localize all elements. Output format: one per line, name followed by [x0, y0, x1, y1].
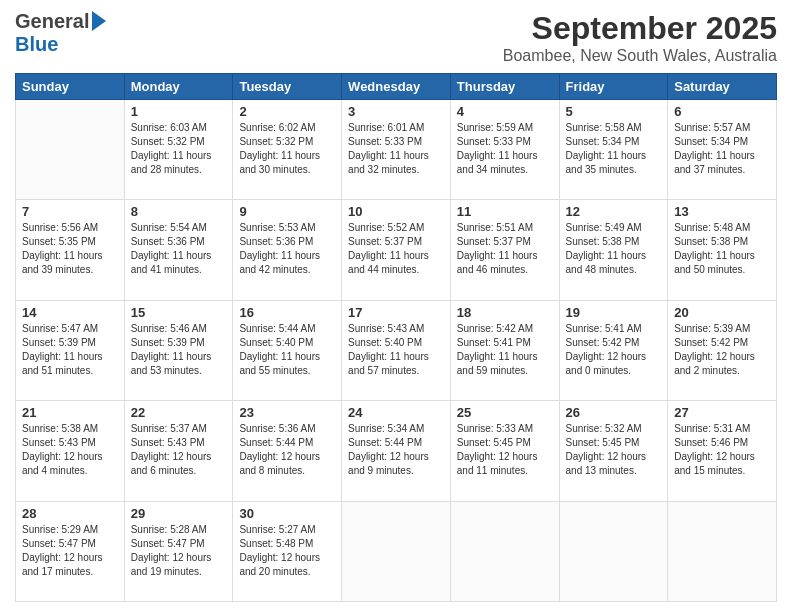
day-number: 7: [22, 204, 118, 219]
calendar-cell: 20Sunrise: 5:39 AM Sunset: 5:42 PM Dayli…: [668, 300, 777, 400]
day-info: Sunrise: 5:47 AM Sunset: 5:39 PM Dayligh…: [22, 322, 118, 378]
col-sunday: Sunday: [16, 74, 125, 100]
calendar-cell: [16, 100, 125, 200]
day-number: 11: [457, 204, 553, 219]
day-number: 6: [674, 104, 770, 119]
day-number: 1: [131, 104, 227, 119]
day-info: Sunrise: 6:02 AM Sunset: 5:32 PM Dayligh…: [239, 121, 335, 177]
calendar-cell: 16Sunrise: 5:44 AM Sunset: 5:40 PM Dayli…: [233, 300, 342, 400]
day-info: Sunrise: 5:44 AM Sunset: 5:40 PM Dayligh…: [239, 322, 335, 378]
day-number: 14: [22, 305, 118, 320]
day-number: 2: [239, 104, 335, 119]
calendar-cell: 3Sunrise: 6:01 AM Sunset: 5:33 PM Daylig…: [342, 100, 451, 200]
day-info: Sunrise: 5:48 AM Sunset: 5:38 PM Dayligh…: [674, 221, 770, 277]
day-info: Sunrise: 5:32 AM Sunset: 5:45 PM Dayligh…: [566, 422, 662, 478]
day-number: 23: [239, 405, 335, 420]
col-tuesday: Tuesday: [233, 74, 342, 100]
day-info: Sunrise: 5:36 AM Sunset: 5:44 PM Dayligh…: [239, 422, 335, 478]
day-number: 30: [239, 506, 335, 521]
day-info: Sunrise: 5:51 AM Sunset: 5:37 PM Dayligh…: [457, 221, 553, 277]
day-number: 21: [22, 405, 118, 420]
day-info: Sunrise: 5:42 AM Sunset: 5:41 PM Dayligh…: [457, 322, 553, 378]
col-monday: Monday: [124, 74, 233, 100]
location: Boambee, New South Wales, Australia: [503, 47, 777, 65]
calendar-cell: 26Sunrise: 5:32 AM Sunset: 5:45 PM Dayli…: [559, 401, 668, 501]
day-number: 15: [131, 305, 227, 320]
col-thursday: Thursday: [450, 74, 559, 100]
day-number: 5: [566, 104, 662, 119]
calendar-cell: 9Sunrise: 5:53 AM Sunset: 5:36 PM Daylig…: [233, 200, 342, 300]
day-info: Sunrise: 5:43 AM Sunset: 5:40 PM Dayligh…: [348, 322, 444, 378]
title-section: September 2025 Boambee, New South Wales,…: [503, 10, 777, 65]
day-number: 19: [566, 305, 662, 320]
day-info: Sunrise: 5:56 AM Sunset: 5:35 PM Dayligh…: [22, 221, 118, 277]
col-wednesday: Wednesday: [342, 74, 451, 100]
day-info: Sunrise: 5:52 AM Sunset: 5:37 PM Dayligh…: [348, 221, 444, 277]
day-info: Sunrise: 5:54 AM Sunset: 5:36 PM Dayligh…: [131, 221, 227, 277]
calendar-cell: [342, 501, 451, 601]
logo: General Blue: [15, 10, 106, 56]
calendar-cell: 6Sunrise: 5:57 AM Sunset: 5:34 PM Daylig…: [668, 100, 777, 200]
day-number: 16: [239, 305, 335, 320]
day-info: Sunrise: 5:28 AM Sunset: 5:47 PM Dayligh…: [131, 523, 227, 579]
day-info: Sunrise: 5:49 AM Sunset: 5:38 PM Dayligh…: [566, 221, 662, 277]
day-info: Sunrise: 5:37 AM Sunset: 5:43 PM Dayligh…: [131, 422, 227, 478]
day-info: Sunrise: 6:01 AM Sunset: 5:33 PM Dayligh…: [348, 121, 444, 177]
day-info: Sunrise: 5:38 AM Sunset: 5:43 PM Dayligh…: [22, 422, 118, 478]
calendar-cell: 24Sunrise: 5:34 AM Sunset: 5:44 PM Dayli…: [342, 401, 451, 501]
day-number: 9: [239, 204, 335, 219]
day-number: 12: [566, 204, 662, 219]
day-info: Sunrise: 5:59 AM Sunset: 5:33 PM Dayligh…: [457, 121, 553, 177]
day-info: Sunrise: 5:31 AM Sunset: 5:46 PM Dayligh…: [674, 422, 770, 478]
month-title: September 2025: [503, 10, 777, 47]
calendar-cell: 18Sunrise: 5:42 AM Sunset: 5:41 PM Dayli…: [450, 300, 559, 400]
calendar-cell: [450, 501, 559, 601]
day-number: 3: [348, 104, 444, 119]
day-info: Sunrise: 5:41 AM Sunset: 5:42 PM Dayligh…: [566, 322, 662, 378]
col-friday: Friday: [559, 74, 668, 100]
calendar-cell: 30Sunrise: 5:27 AM Sunset: 5:48 PM Dayli…: [233, 501, 342, 601]
logo-arrow-icon: [92, 11, 106, 31]
day-number: 24: [348, 405, 444, 420]
day-number: 10: [348, 204, 444, 219]
calendar-week-row-3: 14Sunrise: 5:47 AM Sunset: 5:39 PM Dayli…: [16, 300, 777, 400]
calendar-cell: 5Sunrise: 5:58 AM Sunset: 5:34 PM Daylig…: [559, 100, 668, 200]
day-info: Sunrise: 5:58 AM Sunset: 5:34 PM Dayligh…: [566, 121, 662, 177]
day-number: 28: [22, 506, 118, 521]
calendar-cell: 1Sunrise: 6:03 AM Sunset: 5:32 PM Daylig…: [124, 100, 233, 200]
calendar-cell: 23Sunrise: 5:36 AM Sunset: 5:44 PM Dayli…: [233, 401, 342, 501]
calendar-cell: 29Sunrise: 5:28 AM Sunset: 5:47 PM Dayli…: [124, 501, 233, 601]
calendar-cell: 8Sunrise: 5:54 AM Sunset: 5:36 PM Daylig…: [124, 200, 233, 300]
logo-blue-label: Blue: [15, 33, 58, 55]
day-info: Sunrise: 5:29 AM Sunset: 5:47 PM Dayligh…: [22, 523, 118, 579]
day-number: 29: [131, 506, 227, 521]
calendar-cell: 12Sunrise: 5:49 AM Sunset: 5:38 PM Dayli…: [559, 200, 668, 300]
calendar-week-row-5: 28Sunrise: 5:29 AM Sunset: 5:47 PM Dayli…: [16, 501, 777, 601]
calendar-cell: 22Sunrise: 5:37 AM Sunset: 5:43 PM Dayli…: [124, 401, 233, 501]
header: General Blue September 2025 Boambee, New…: [15, 10, 777, 65]
calendar-cell: 28Sunrise: 5:29 AM Sunset: 5:47 PM Dayli…: [16, 501, 125, 601]
calendar-cell: 7Sunrise: 5:56 AM Sunset: 5:35 PM Daylig…: [16, 200, 125, 300]
day-number: 22: [131, 405, 227, 420]
calendar-cell: 11Sunrise: 5:51 AM Sunset: 5:37 PM Dayli…: [450, 200, 559, 300]
day-info: Sunrise: 5:57 AM Sunset: 5:34 PM Dayligh…: [674, 121, 770, 177]
calendar-cell: [668, 501, 777, 601]
calendar-week-row-4: 21Sunrise: 5:38 AM Sunset: 5:43 PM Dayli…: [16, 401, 777, 501]
calendar-week-row-2: 7Sunrise: 5:56 AM Sunset: 5:35 PM Daylig…: [16, 200, 777, 300]
col-saturday: Saturday: [668, 74, 777, 100]
calendar-cell: 25Sunrise: 5:33 AM Sunset: 5:45 PM Dayli…: [450, 401, 559, 501]
day-number: 17: [348, 305, 444, 320]
calendar-cell: 4Sunrise: 5:59 AM Sunset: 5:33 PM Daylig…: [450, 100, 559, 200]
day-number: 25: [457, 405, 553, 420]
day-number: 13: [674, 204, 770, 219]
logo-container: General: [15, 10, 106, 33]
calendar-cell: 15Sunrise: 5:46 AM Sunset: 5:39 PM Dayli…: [124, 300, 233, 400]
logo-general-text: General: [15, 10, 89, 33]
calendar-cell: 10Sunrise: 5:52 AM Sunset: 5:37 PM Dayli…: [342, 200, 451, 300]
day-number: 26: [566, 405, 662, 420]
page: General Blue September 2025 Boambee, New…: [0, 0, 792, 612]
day-number: 27: [674, 405, 770, 420]
calendar-cell: 2Sunrise: 6:02 AM Sunset: 5:32 PM Daylig…: [233, 100, 342, 200]
day-info: Sunrise: 5:34 AM Sunset: 5:44 PM Dayligh…: [348, 422, 444, 478]
day-number: 8: [131, 204, 227, 219]
